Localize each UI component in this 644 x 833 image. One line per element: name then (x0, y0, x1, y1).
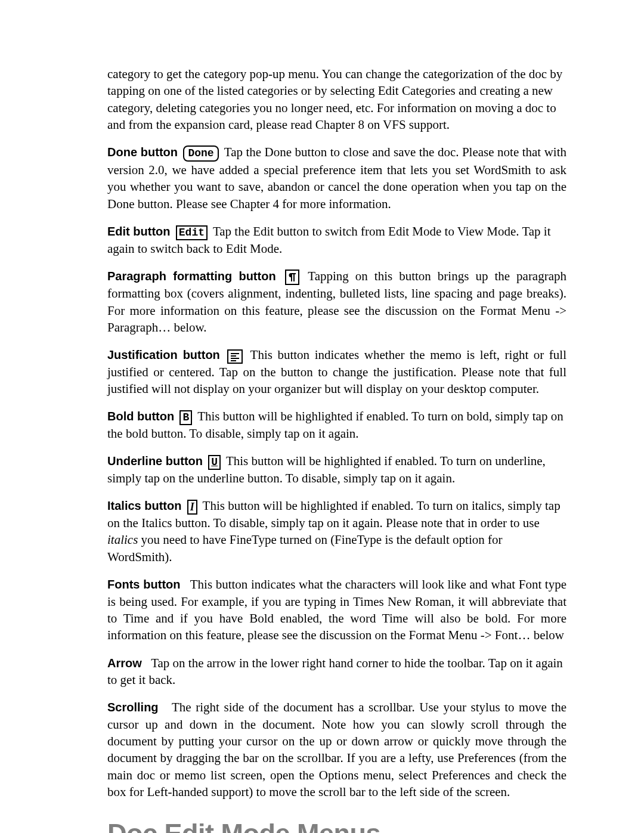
scrolling-body: The right side of the document has a scr… (107, 700, 566, 799)
section-heading: Doc Edit Mode Menus (107, 818, 566, 833)
italics-label: Italics button (107, 499, 181, 512)
underline-icon: U (208, 455, 221, 470)
arrow-label: Arrow (107, 657, 142, 670)
justify-left-icon (227, 349, 243, 364)
scrolling-paragraph: Scrolling The right side of the document… (107, 699, 566, 800)
page: category to get the category pop-up menu… (0, 0, 644, 833)
bold-icon: B (179, 410, 192, 425)
done-paragraph: Done button Done Tap the Done button to … (107, 144, 566, 212)
italics-icon: I (187, 500, 197, 515)
italics-em: italics (107, 532, 138, 547)
justification-paragraph: Justification button This button indicat… (107, 346, 566, 397)
intro-paragraph: category to get the category pop-up menu… (107, 66, 566, 133)
fonts-paragraph: Fonts button This button indicates what … (107, 576, 566, 643)
svg-rect-1 (231, 355, 236, 357)
done-label: Done button (107, 145, 178, 159)
svg-rect-0 (231, 353, 239, 354)
edit-paragraph: Edit button Edit Tap the Edit button to … (107, 223, 566, 257)
underline-paragraph: Underline button U This button will be h… (107, 453, 566, 487)
svg-rect-3 (231, 360, 236, 361)
arrow-paragraph: Arrow Tap on the arrow in the lower righ… (107, 655, 566, 689)
done-icon: Done (183, 145, 218, 162)
edit-label: Edit button (107, 225, 171, 238)
arrow-body: Tap on the arrow in the lower right hand… (107, 656, 563, 687)
bold-paragraph: Bold button B This button will be highli… (107, 408, 566, 442)
italics-body-post: you need to have FineType turned on (Fin… (107, 532, 503, 563)
paragraph-paragraph: Paragraph formatting button Tapping on t… (107, 268, 566, 336)
edit-icon: Edit (176, 225, 208, 240)
fonts-label: Fonts button (107, 578, 180, 591)
italics-paragraph: Italics button I This button will be hig… (107, 497, 566, 565)
scrolling-label: Scrolling (107, 701, 159, 714)
bold-body: This button will be highlighted if enabl… (107, 409, 564, 441)
svg-rect-2 (231, 358, 239, 359)
edit-body: Tap the Edit button to switch from Edit … (107, 224, 551, 256)
underline-label: Underline button (107, 454, 203, 467)
justification-label: Justification button (107, 348, 220, 361)
pilcrow-icon (285, 270, 299, 285)
bold-label: Bold button (107, 410, 174, 423)
paragraph-label: Paragraph formatting button (107, 270, 276, 283)
